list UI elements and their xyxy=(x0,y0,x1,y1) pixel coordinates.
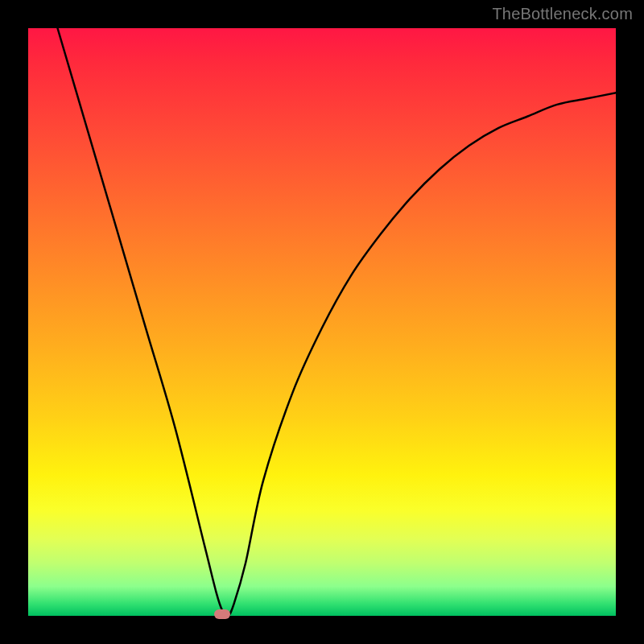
bottleneck-curve xyxy=(58,28,617,616)
watermark-label: TheBottleneck.com xyxy=(492,5,633,23)
curve-layer xyxy=(28,28,616,616)
optimal-marker xyxy=(214,609,230,619)
chart-frame: TheBottleneck.com xyxy=(0,0,644,644)
plot-area xyxy=(28,28,616,616)
